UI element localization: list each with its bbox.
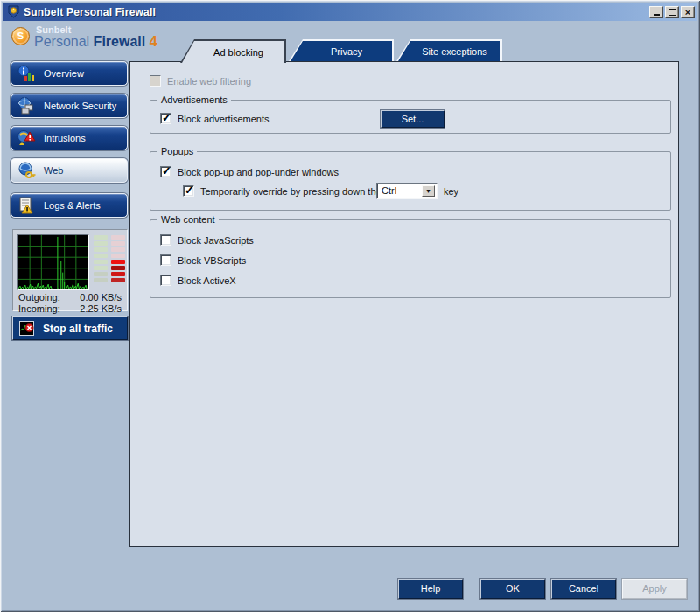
incoming-label: Incoming: [18,303,60,314]
sidebar-item-overview[interactable]: Overview [10,61,128,86]
popups-group: Popups Block pop-up and pop-under window… [150,151,671,211]
sunbelt-coin-icon: S [11,27,30,45]
override-key-dropdown[interactable]: Ctrl ▼ [376,183,438,199]
maximize-icon [668,9,676,16]
web-icon [17,161,36,180]
minimize-icon [654,14,660,16]
block-popups-checkbox[interactable] [160,166,172,177]
tab-label: Privacy [290,41,392,61]
temporary-override-label: Temporarily override by pressing down th… [200,186,382,197]
close-button[interactable]: × [681,6,695,18]
apply-button: Apply [622,579,687,599]
block-activex-checkbox[interactable] [160,275,172,286]
tab-ad-blocking[interactable]: Ad blocking [180,39,286,63]
tab-label: Ad blocking [182,41,284,63]
network-security-icon [17,96,36,115]
advertisements-group: Advertisements Block advertisements Set.… [150,100,671,134]
logs-alerts-icon [17,196,36,215]
cancel-button[interactable]: Cancel [551,579,616,599]
stop-all-traffic-label: Stop all traffic [43,323,113,335]
overview-icon [17,64,36,83]
enable-web-filtering-label: Enable web filtering [167,76,251,87]
window-title: Sunbelt Personal Firewall [24,6,648,18]
title-bar: Sunbelt Personal Firewall × [3,3,697,21]
temporary-override-checkbox[interactable] [183,185,194,197]
block-vbscripts-label: Block VBScripts [178,255,246,266]
brand-product: Personal Firewall 4 [34,34,158,50]
incoming-value: 2.25 KB/s [80,303,122,314]
ok-button[interactable]: OK [480,579,545,599]
stop-traffic-icon [19,321,34,336]
brand-logo: S Sunbelt Personal Firewall 4 [11,24,178,52]
block-javascripts-label: Block JavaScripts [178,235,254,246]
led-column-outgoing [94,235,108,282]
advertisements-group-title: Advertisements [158,94,231,105]
sidebar-item-network-security[interactable]: Network Security [10,94,128,118]
help-button[interactable]: Help [398,579,463,599]
sidebar-item-label: Web [44,165,63,176]
tab-privacy[interactable]: Privacy [289,39,394,61]
app-icon [7,5,20,18]
close-icon: × [685,8,690,17]
sidebar-item-label: Overview [44,68,84,79]
popups-group-title: Popups [158,146,197,156]
override-key-value: Ctrl [382,185,396,196]
tab-label: Site exceptions [398,41,500,61]
minimize-button[interactable] [649,6,663,18]
sidebar-item-label: Logs & Alerts [44,200,101,211]
sidebar-item-label: Network Security [44,101,116,111]
sidebar-item-label: Intrusions [44,133,86,143]
stop-all-traffic-button[interactable]: Stop all traffic [12,316,128,340]
intrusions-icon [17,129,36,148]
block-popups-label: Block pop-up and pop-under windows [178,167,339,177]
tab-site-exceptions[interactable]: Site exceptions [396,39,502,61]
traffic-monitor: Outgoing: 0.00 KB/s Incoming: 2.25 KB/s [12,229,128,311]
web-content-group: Web content Block JavaScripts Block VBSc… [150,219,671,298]
led-column-incoming [111,235,125,282]
outgoing-label: Outgoing: [18,292,60,303]
block-activex-label: Block ActiveX [178,275,236,286]
maximize-button[interactable] [665,6,679,18]
outgoing-value: 0.00 KB/s [80,292,122,303]
ad-blocking-panel: Enable web filtering Advertisements Bloc… [130,61,679,547]
block-advertisements-checkbox[interactable] [160,113,172,124]
block-vbscripts-checkbox[interactable] [160,254,172,266]
traffic-graph [18,234,89,290]
block-advertisements-label: Block advertisements [178,114,270,124]
web-content-group-title: Web content [158,214,219,225]
block-javascripts-checkbox[interactable] [160,234,172,246]
key-suffix-label: key [444,186,458,197]
chevron-down-icon[interactable]: ▼ [422,185,435,197]
sidebar-item-logs-alerts[interactable]: Logs & Alerts [10,193,128,218]
set-button[interactable]: Set... [381,110,444,128]
sidebar-item-web[interactable]: Web [10,158,128,183]
sidebar-item-intrusions[interactable]: Intrusions [10,126,128,150]
enable-web-filtering-checkbox-fill [150,76,160,86]
